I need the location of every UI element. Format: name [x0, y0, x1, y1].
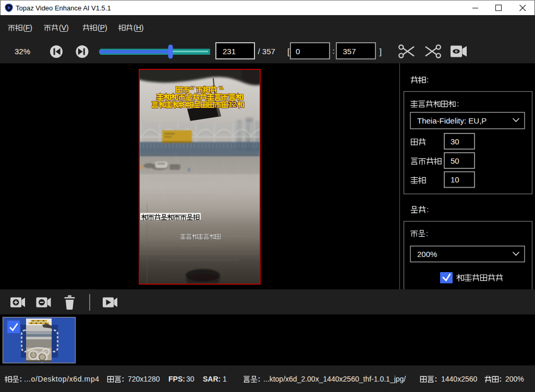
svg-text:200%: 200%	[505, 375, 524, 383]
svg-text:(V): (V)	[59, 23, 69, 32]
svg-text:0: 0	[296, 47, 300, 56]
svg-text:720x1280: 720x1280	[128, 375, 160, 383]
svg-text:]: ]	[380, 47, 382, 56]
svg-text:50: 50	[451, 156, 459, 165]
svg-text:12: 12	[228, 100, 237, 108]
svg-text::: :	[20, 375, 22, 383]
svg-text:(F): (F)	[23, 23, 32, 32]
svg-text::: :	[427, 75, 429, 84]
svg-text::: :	[427, 205, 429, 214]
svg-text:10: 10	[451, 175, 459, 184]
svg-text::: :	[122, 375, 125, 383]
svg-text:...o/Desktop/x6d.mp4: ...o/Desktop/x6d.mp4	[24, 375, 100, 383]
svg-text:32%: 32%	[15, 47, 30, 56]
svg-text:(H): (H)	[133, 23, 143, 32]
svg-text:[: [	[287, 47, 290, 56]
svg-text::: :	[426, 229, 428, 238]
svg-text::: :	[435, 375, 437, 383]
svg-text:200%: 200%	[417, 250, 437, 259]
svg-text::: :	[333, 46, 335, 55]
svg-text:1440x2560: 1440x2560	[441, 375, 478, 383]
svg-text::: :	[457, 100, 459, 108]
svg-text:231: 231	[223, 47, 236, 56]
svg-text:...ktop/x6d_2.00x_1440x2560_th: ...ktop/x6d_2.00x_1440x2560_thf-1.0.1_jp…	[263, 375, 406, 383]
svg-text::: :	[258, 375, 261, 383]
svg-text:Theia-Fidelity: EU,P: Theia-Fidelity: EU,P	[417, 116, 487, 125]
svg-text:Topaz Video Enhance AI V1.5.1: Topaz Video Enhance AI V1.5.1	[16, 4, 111, 12]
svg-text:30: 30	[451, 137, 459, 146]
svg-text:SAR:: SAR:	[203, 375, 221, 383]
svg-text:(P): (P)	[98, 23, 107, 32]
svg-text:30: 30	[186, 375, 194, 383]
svg-text:357: 357	[343, 47, 356, 56]
svg-text::: :	[500, 375, 502, 383]
svg-text:/ 357: / 357	[258, 47, 275, 56]
svg-text:1: 1	[223, 375, 227, 383]
svg-text:FPS:: FPS:	[168, 375, 185, 383]
